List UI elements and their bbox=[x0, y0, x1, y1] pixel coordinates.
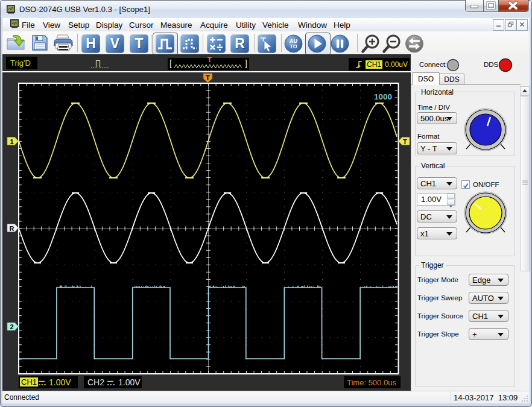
svg-text:AU: AU bbox=[290, 38, 297, 44]
svg-text:T: T bbox=[206, 74, 210, 81]
svg-text:R: R bbox=[10, 225, 14, 232]
svg-text:T: T bbox=[403, 138, 407, 145]
svg-text:1000: 1000 bbox=[374, 92, 392, 101]
svg-text:1: 1 bbox=[10, 138, 14, 145]
svg-text:2: 2 bbox=[10, 323, 14, 330]
svg-text:TO: TO bbox=[290, 43, 297, 49]
